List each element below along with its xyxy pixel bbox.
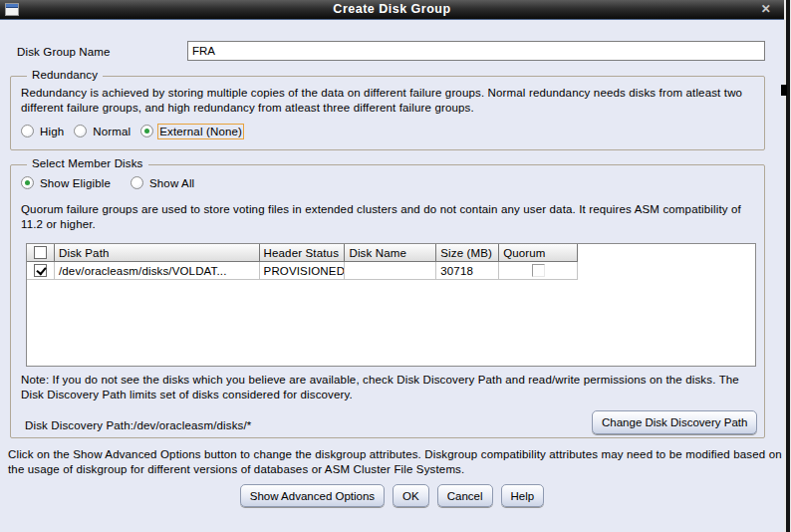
radio-high[interactable]: High xyxy=(21,125,64,137)
select-all-header-cell[interactable] xyxy=(27,244,55,261)
help-button[interactable]: Help xyxy=(501,484,545,507)
title-bar[interactable]: Create Disk Group ✕ xyxy=(0,0,784,20)
column-header-size-mb[interactable]: Size (MB) xyxy=(436,244,499,261)
radio-external-none-label: External (None) xyxy=(159,126,242,137)
radio-icon[interactable] xyxy=(140,125,153,137)
radio-icon[interactable] xyxy=(21,125,34,137)
column-header-header-status[interactable]: Header Status xyxy=(260,244,346,261)
cancel-button[interactable]: Cancel xyxy=(437,484,493,507)
radio-show-all[interactable]: Show All xyxy=(131,176,194,189)
radio-show-eligible-label: Show Eligible xyxy=(40,177,111,189)
change-disk-discovery-path-button[interactable]: Change Disk Discovery Path xyxy=(592,410,757,434)
radio-normal[interactable]: Normal xyxy=(74,125,131,137)
radio-icon[interactable] xyxy=(21,176,34,189)
radio-show-eligible[interactable]: Show Eligible xyxy=(21,176,111,189)
row-select-cell[interactable] xyxy=(27,262,55,279)
redundancy-groupbox-title: Redundancy xyxy=(27,69,103,81)
redundancy-description: Redundancy is achieved by storing multip… xyxy=(21,86,756,116)
select-all-checkbox[interactable] xyxy=(34,246,47,259)
create-disk-group-dialog: Create Disk Group ✕ Disk Group Name Redu… xyxy=(0,0,791,532)
close-icon[interactable]: ✕ xyxy=(761,2,771,16)
dialog-title: Create Disk Group xyxy=(0,2,784,16)
disk-group-name-label: Disk Group Name xyxy=(17,46,111,58)
ok-button[interactable]: OK xyxy=(393,484,429,507)
redundancy-groupbox: Redundancy Redundancy is achieved by sto… xyxy=(10,76,765,150)
column-header-disk-name[interactable]: Disk Name xyxy=(345,244,436,261)
radio-icon[interactable] xyxy=(131,176,143,189)
disk-discovery-path-label: Disk Discovery Path:/dev/oracleasm/disks… xyxy=(25,419,251,431)
select-member-disks-groupbox: Select Member Disks Show Eligible Show A… xyxy=(10,164,765,438)
screen-edge-line xyxy=(786,0,790,532)
cell-header-status[interactable]: PROVISIONED xyxy=(260,262,346,279)
disk-group-name-input[interactable] xyxy=(187,41,765,61)
radio-high-label: High xyxy=(40,126,64,137)
discovery-note: Note: If you do not see the disks which … xyxy=(21,373,758,402)
cell-size-mb[interactable]: 30718 xyxy=(436,262,499,279)
cell-quorum[interactable] xyxy=(499,262,577,279)
radio-show-all-label: Show All xyxy=(149,177,194,189)
radio-external-none[interactable]: External (None) xyxy=(140,125,242,137)
dialog-button-row: Show Advanced Options OK Cancel Help xyxy=(0,484,784,507)
column-header-quorum[interactable]: Quorum xyxy=(499,244,577,261)
cell-disk-path[interactable]: /dev/oracleasm/disks/VOLDAT... xyxy=(55,262,260,279)
radio-normal-label: Normal xyxy=(93,126,131,137)
disks-table-header: Disk Path Header Status Disk Name Size (… xyxy=(27,244,578,262)
cell-disk-name[interactable] xyxy=(345,262,436,279)
show-advanced-options-button[interactable]: Show Advanced Options xyxy=(240,484,385,507)
advanced-options-note: Click on the Show Advanced Options butto… xyxy=(8,447,783,477)
cursor-artifact xyxy=(781,85,787,96)
column-header-disk-path[interactable]: Disk Path xyxy=(55,244,260,261)
quorum-description: Quorum failure groups are used to store … xyxy=(21,202,756,232)
radio-icon[interactable] xyxy=(74,125,87,137)
quorum-checkbox[interactable] xyxy=(532,264,545,277)
disks-table[interactable]: Disk Path Header Status Disk Name Size (… xyxy=(26,243,756,367)
select-member-disks-title: Select Member Disks xyxy=(27,157,148,169)
table-row[interactable]: /dev/oracleasm/disks/VOLDAT... PROVISION… xyxy=(27,262,578,280)
row-select-checkbox[interactable] xyxy=(34,264,47,277)
